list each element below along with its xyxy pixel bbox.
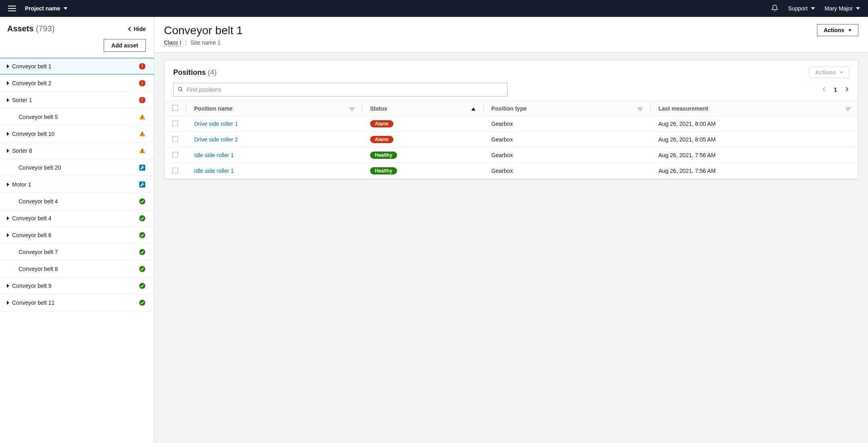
sidebar-item[interactable]: Conveyor belt 4 [0,210,154,227]
wrench-status-icon [138,181,147,188]
expand-toggle[interactable] [5,81,11,85]
col-status-label: Status [370,105,387,112]
row-checkbox[interactable] [172,121,178,126]
position-link[interactable]: Drive side roller 2 [194,136,238,143]
sort-asc-icon [471,105,475,112]
class-link[interactable]: Class I [164,39,181,46]
positions-panel: Positions (4) Actions [164,60,858,179]
col-position-type[interactable]: Position type [483,101,651,116]
add-asset-button[interactable]: Add asset [104,39,146,52]
sidebar-item[interactable]: Conveyor belt 8 [0,260,154,277]
sidebar-item[interactable]: Motor 1 [0,176,154,193]
sort-indicator-icon [350,105,354,112]
position-link[interactable]: Idle side roller 1 [194,152,234,158]
row-checkbox[interactable] [172,136,178,142]
pager-page: 1 [832,86,839,93]
bell-icon[interactable] [771,4,778,13]
caret-right-icon [7,132,9,136]
position-name-cell: Drive side roller 2 [186,132,362,148]
row-checkbox[interactable] [172,168,178,173]
chevron-down-icon [811,7,815,10]
sidebar-item-label: Conveyor belt 7 [18,249,138,255]
project-dropdown[interactable]: Project name [25,5,68,12]
sidebar-header: Assets (793) Hide Add asset [0,17,154,58]
page-actions-button[interactable]: Actions [817,24,858,36]
positions-actions-button[interactable]: Actions [809,67,849,78]
sidebar-count: (793) [36,24,55,33]
status-cell: Healthy [362,148,483,163]
expand-toggle[interactable] [5,149,11,153]
breadcrumb: Class I | Site name 1 [164,39,243,46]
sidebar-item[interactable]: Conveyor belt 2 [0,75,154,92]
svg-rect-3 [142,84,143,85]
sidebar-item[interactable]: Conveyor belt 7 [0,244,154,260]
sidebar-item-label: Conveyor belt 8 [18,266,138,272]
support-dropdown[interactable]: Support [788,5,815,12]
sidebar-title: Assets (793) [7,24,55,33]
svg-rect-1 [142,68,143,68]
chevron-right-icon [845,86,849,92]
sidebar-item[interactable]: Sorter 8 [0,142,154,159]
expand-toggle[interactable] [5,183,11,187]
status-cell: Alarm [362,116,483,132]
status-badge: Alarm [370,120,393,127]
last-measurement-cell: Aug 26, 2021, 8:00 AM [650,116,858,132]
expand-toggle[interactable] [5,216,11,220]
sort-indicator-icon [846,105,850,112]
position-link[interactable]: Drive side roller 1 [194,121,238,127]
hide-sidebar-button[interactable]: Hide [127,26,146,32]
expand-toggle[interactable] [5,64,11,68]
pager-prev[interactable] [822,86,826,93]
positions-title: Positions (4) [173,68,217,77]
alarm-status-icon [138,96,147,104]
expand-toggle[interactable] [5,132,11,136]
chevron-left-icon [822,86,826,92]
caret-right-icon [7,233,9,237]
sidebar-item[interactable]: Conveyor belt 6 [0,227,154,244]
chevron-down-icon [856,7,860,10]
status-cell: Healthy [362,163,483,179]
chevron-down-icon [63,7,68,10]
sidebar-item[interactable]: Conveyor belt 10 [0,125,154,142]
select-all-checkbox[interactable] [172,105,178,111]
status-badge: Healthy [370,152,397,159]
sidebar-item-label: Conveyor belt 11 [11,299,138,306]
row-checkbox[interactable] [172,152,178,158]
col-last-measurement-label: Last measurement [658,105,708,112]
sidebar-item[interactable]: Conveyor belt 1 [0,58,154,75]
svg-rect-9 [142,135,143,136]
sidebar-item-label: Motor 1 [11,181,138,188]
sidebar-item[interactable]: Conveyor belt 5 [0,109,154,125]
positions-search[interactable] [173,83,508,96]
position-link[interactable]: Idle side roller 1 [194,168,234,174]
positions-search-input[interactable] [183,84,503,95]
sidebar-item[interactable]: Conveyor belt 11 [0,294,154,311]
menu-icon[interactable] [8,6,16,11]
sidebar-item[interactable]: Conveyor belt 4 [0,193,154,210]
expand-toggle[interactable] [5,233,11,237]
row-select-cell [164,116,186,132]
positions-table: Position name Status [164,100,858,179]
sidebar-item[interactable]: Sorter 1 [0,92,154,109]
user-name-label: Mary Major [825,5,853,12]
col-status[interactable]: Status [362,101,483,116]
sidebar-item-label: Sorter 1 [11,97,138,103]
warn-status-icon [138,147,147,154]
sidebar-item[interactable]: Conveyor belt 20 [0,159,154,176]
expand-toggle[interactable] [5,284,11,288]
col-position-type-label: Position type [491,105,527,112]
col-last-measurement[interactable]: Last measurement [650,101,858,116]
pager-next[interactable] [845,86,849,93]
table-row: Drive side roller 1AlarmGearboxAug 26, 2… [164,116,858,132]
user-dropdown[interactable]: Mary Major [825,5,860,12]
expand-toggle[interactable] [5,301,11,305]
caret-right-icon [7,149,9,153]
healthy-status-icon [138,198,147,205]
sidebar-item[interactable]: Conveyor belt 9 [0,277,154,294]
hide-label: Hide [134,26,146,32]
main: Conveyor belt 1 Class I | Site name 1 Ac… [154,17,868,443]
col-position-name[interactable]: Position name [186,101,362,116]
warn-status-icon [138,130,147,137]
pager: 1 [822,86,849,93]
expand-toggle[interactable] [5,98,11,102]
